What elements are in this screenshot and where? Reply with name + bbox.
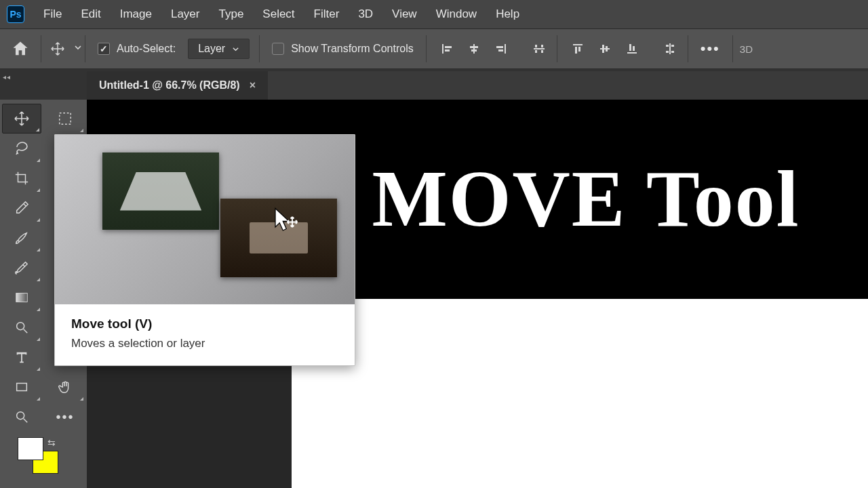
close-tab-icon[interactable]: × bbox=[250, 79, 256, 92]
svg-rect-1 bbox=[16, 293, 28, 302]
svg-point-4 bbox=[17, 412, 24, 420]
foreground-color-swatch[interactable] bbox=[18, 437, 43, 460]
menu-edit[interactable]: Edit bbox=[71, 7, 110, 21]
auto-select-option[interactable]: Auto-Select: bbox=[85, 43, 188, 55]
move-tool[interactable] bbox=[2, 104, 41, 134]
menubar: Ps File Edit Image Layer Type Select Fil… bbox=[0, 0, 868, 28]
hand-tool[interactable] bbox=[45, 372, 85, 402]
document-tab-row: Untitled-1 @ 66.7% (RGB/8) × bbox=[87, 71, 868, 100]
align-right-icon[interactable] bbox=[494, 42, 508, 56]
distribute-h-icon[interactable] bbox=[521, 42, 557, 56]
menu-help[interactable]: Help bbox=[486, 7, 529, 21]
crop-tool[interactable] bbox=[2, 163, 41, 193]
preview-cursor-icon bbox=[272, 207, 299, 234]
gradient-tool[interactable] bbox=[2, 283, 41, 312]
svg-rect-0 bbox=[60, 113, 71, 125]
menu-select[interactable]: Select bbox=[253, 7, 304, 21]
align-center-h-icon[interactable] bbox=[467, 42, 481, 56]
align-horizontal-group bbox=[427, 42, 521, 56]
document-tab-title: Untitled-1 @ 66.7% (RGB/8) bbox=[99, 79, 240, 92]
home-button[interactable] bbox=[0, 28, 41, 69]
rectangular-marquee-tool[interactable] bbox=[45, 104, 85, 134]
auto-select-label: Auto-Select: bbox=[117, 43, 176, 55]
preview-thumb-1 bbox=[102, 152, 219, 230]
blur-tool[interactable] bbox=[2, 312, 41, 342]
align-vertical-group bbox=[557, 42, 652, 56]
auto-select-checkbox[interactable] bbox=[98, 43, 110, 55]
svg-point-2 bbox=[17, 323, 24, 330]
menu-file[interactable]: File bbox=[34, 7, 71, 21]
dropdown-value: Layer bbox=[198, 43, 225, 55]
show-transform-checkbox[interactable] bbox=[272, 43, 284, 55]
show-transform-label: Show Transform Controls bbox=[291, 43, 414, 55]
menu-filter[interactable]: Filter bbox=[304, 7, 349, 21]
tool-preset-chevron-icon[interactable] bbox=[74, 43, 85, 54]
app-logo: Ps bbox=[7, 5, 24, 23]
show-transform-option[interactable]: Show Transform Controls bbox=[260, 43, 426, 55]
align-bottom-icon[interactable] bbox=[625, 42, 639, 56]
3d-mode-label[interactable]: 3D bbox=[733, 43, 760, 55]
tool-tooltip: Move tool (V) Moves a selection or layer bbox=[54, 134, 355, 366]
tooltip-preview-image bbox=[55, 135, 355, 304]
more-options-icon[interactable]: ••• bbox=[688, 40, 732, 58]
swap-colors-icon[interactable]: ⇆ bbox=[47, 437, 56, 448]
align-top-icon[interactable] bbox=[571, 42, 585, 56]
svg-rect-3 bbox=[17, 384, 27, 391]
color-swatches[interactable]: ⇆ bbox=[18, 437, 65, 478]
align-left-icon[interactable] bbox=[440, 42, 454, 56]
align-middle-v-icon[interactable] bbox=[598, 42, 612, 56]
options-bar: Auto-Select: Layer Show Transform Contro… bbox=[0, 28, 868, 69]
lasso-tool[interactable] bbox=[2, 134, 41, 163]
menu-layer[interactable]: Layer bbox=[161, 7, 210, 21]
distribute-v-icon[interactable] bbox=[652, 42, 688, 56]
rectangle-tool[interactable] bbox=[2, 372, 41, 402]
tooltip-title: Move tool (V) bbox=[71, 317, 338, 331]
tooltip-description: Moves a selection or layer bbox=[71, 337, 338, 350]
current-tool-icon[interactable] bbox=[41, 41, 74, 56]
menu-3d[interactable]: 3D bbox=[349, 7, 382, 21]
menu-type[interactable]: Type bbox=[209, 7, 253, 21]
menu-view[interactable]: View bbox=[382, 7, 427, 21]
panel-collapse-handle[interactable]: ◂◂ bbox=[3, 73, 11, 81]
healing-brush-tool[interactable] bbox=[2, 253, 41, 283]
menu-window[interactable]: Window bbox=[427, 7, 486, 21]
edit-toolbar-icon[interactable]: ••• bbox=[45, 402, 85, 432]
auto-select-target-dropdown[interactable]: Layer bbox=[188, 39, 250, 59]
menu-image[interactable]: Image bbox=[111, 7, 161, 21]
document-tab[interactable]: Untitled-1 @ 66.7% (RGB/8) × bbox=[87, 71, 268, 100]
eyedropper-tool[interactable] bbox=[2, 193, 41, 223]
canvas-white-area bbox=[292, 299, 868, 488]
zoom-tool[interactable] bbox=[2, 402, 41, 432]
brush-tool[interactable] bbox=[2, 223, 41, 253]
type-tool[interactable] bbox=[2, 342, 41, 372]
